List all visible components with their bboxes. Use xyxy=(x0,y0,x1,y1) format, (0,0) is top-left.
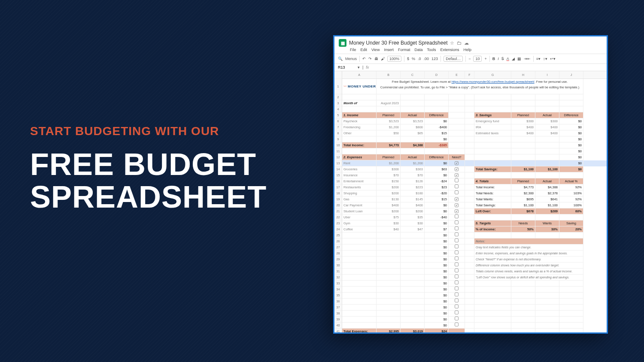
row-headers[interactable]: 1234567891011121314151617181920212223242… xyxy=(334,71,342,334)
toolbar-menus[interactable]: Menus xyxy=(345,57,357,61)
promo-block: START BUDGETING WITH OUR FREE BUDGET SPR… xyxy=(30,124,267,213)
currency-icon[interactable]: $ xyxy=(407,57,409,61)
cloud-icon[interactable]: ☁ xyxy=(464,40,469,46)
strike-icon[interactable]: S̶ xyxy=(501,57,504,61)
redo-icon[interactable]: ↷ xyxy=(368,57,372,61)
menu-format[interactable]: Format xyxy=(398,48,410,52)
zoom-select[interactable]: 100% xyxy=(387,56,401,62)
menu-file[interactable]: File xyxy=(350,48,356,52)
name-box[interactable] xyxy=(338,65,355,69)
name-box-dropdown-icon[interactable]: ▾ xyxy=(358,65,360,69)
font-dec-icon[interactable]: − xyxy=(468,57,471,61)
paint-icon[interactable]: 🖌 xyxy=(381,57,385,61)
search-icon[interactable] xyxy=(338,57,343,61)
merge-icon[interactable]: ⇥⇤ xyxy=(524,57,531,61)
menu-bar: File Edit View Insert Format Data Tools … xyxy=(334,48,607,54)
move-icon[interactable]: 🗀 xyxy=(457,40,462,46)
grid-body[interactable]: 〰 MONEY UNDER 30Free Budget Spreadsheet.… xyxy=(342,79,607,334)
menu-data[interactable]: Data xyxy=(414,48,422,52)
toolbar: Menus ↶ ↷ 🖶 🖌 100% $ % .0 .00 123 Defaul… xyxy=(334,54,607,64)
menu-insert[interactable]: Insert xyxy=(384,48,394,52)
grid[interactable]: 1234567891011121314151617181920212223242… xyxy=(334,71,607,334)
promo-subtitle: START BUDGETING WITH OUR xyxy=(30,124,267,138)
fill-color-icon[interactable]: ◢ xyxy=(512,57,515,61)
numfmt-icon[interactable]: 123 xyxy=(431,57,438,61)
font-inc-icon[interactable]: + xyxy=(484,57,486,61)
menu-extensions[interactable]: Extensions xyxy=(440,48,459,52)
borders-icon[interactable]: ▦ xyxy=(517,57,521,61)
undo-icon[interactable]: ↶ xyxy=(362,57,366,61)
menu-edit[interactable]: Edit xyxy=(361,48,368,52)
dec-decrease-icon[interactable]: .0 xyxy=(418,57,421,61)
document-title[interactable]: Money Under 30 Free Budget Spreadsheet xyxy=(349,40,447,46)
menu-tools[interactable]: Tools xyxy=(427,48,436,52)
valign-icon[interactable]: ↕▾ xyxy=(543,57,547,61)
align-icon[interactable]: ≡▾ xyxy=(536,57,541,61)
spreadsheet-window: ▦ Money Under 30 Free Budget Spreadsheet… xyxy=(333,35,608,334)
promo-title: FREE BUDGET SPREADSHEET xyxy=(30,148,267,213)
fx-icon: fx xyxy=(366,65,369,69)
menu-view[interactable]: View xyxy=(371,48,380,52)
title-bar: ▦ Money Under 30 Free Budget Spreadsheet… xyxy=(334,36,607,48)
italic-icon[interactable]: I xyxy=(498,57,499,61)
print-icon[interactable]: 🖶 xyxy=(374,57,378,61)
dec-increase-icon[interactable]: .00 xyxy=(424,57,429,61)
star-icon[interactable]: ☆ xyxy=(450,40,454,46)
bold-icon[interactable]: B xyxy=(492,57,495,61)
wrap-icon[interactable]: ↩▾ xyxy=(550,57,556,61)
font-select[interactable]: Defaul… xyxy=(444,56,463,62)
column-headers[interactable]: ABCDEFGHIJ xyxy=(342,71,607,79)
name-box-row: ▾ | fx xyxy=(334,64,607,71)
menu-help[interactable]: Help xyxy=(463,48,471,52)
font-size[interactable]: 10 xyxy=(473,56,482,62)
text-color-icon[interactable]: A xyxy=(507,57,509,61)
percent-icon[interactable]: % xyxy=(412,57,415,61)
sheets-logo-icon: ▦ xyxy=(339,39,346,47)
